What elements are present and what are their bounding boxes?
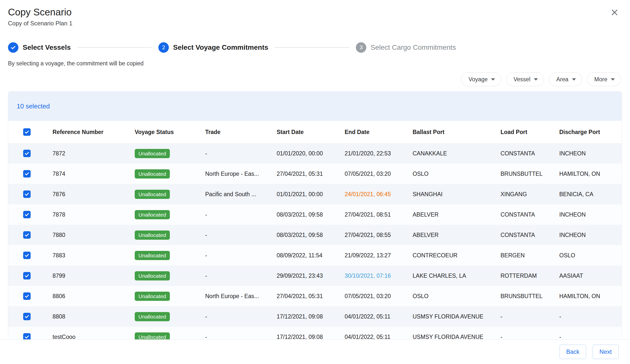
cell-trade: North Europe - Eas... <box>198 286 270 306</box>
step-select-vessels[interactable]: Select Vessels <box>8 42 71 53</box>
row-checkbox[interactable] <box>23 211 31 218</box>
table-row[interactable]: 7878 Unallocated - 08/03/2021, 09:58 27/… <box>8 204 622 225</box>
cell-end-date: 30/10/2021, 07:16 <box>338 266 406 286</box>
cell-load-port: ROTTERDAM <box>494 266 552 286</box>
row-checkbox[interactable] <box>23 313 31 320</box>
cell-ballast-port: USMSY FLORIDA AVENUE <box>406 327 494 339</box>
cell-ballast-port: OSLO <box>406 164 494 184</box>
table-row[interactable]: testCooo Unallocated - 17/12/2021, 09:08… <box>8 327 622 339</box>
cell-start-date: 29/09/2021, 23:43 <box>270 266 338 286</box>
cell-trade: - <box>198 225 270 245</box>
cell-discharge-port: BENICIA, CA <box>552 184 622 204</box>
cell-ballast-port: LAKE CHARLES, LA <box>406 266 494 286</box>
status-badge: Unallocated <box>135 312 170 321</box>
cell-reference-number: 8806 <box>46 286 128 306</box>
status-badge: Unallocated <box>135 271 170 280</box>
step-number: 3 <box>356 42 366 53</box>
row-checkbox[interactable] <box>23 333 31 339</box>
cell-ballast-port: OSLO <box>406 286 494 306</box>
close-button[interactable] <box>608 6 620 18</box>
dialog-header: Copy Scenario Copy of Scenario Plan 1 <box>0 0 630 27</box>
table-row[interactable]: 7880 Unallocated - 08/03/2021, 09:58 27/… <box>8 225 622 245</box>
step-label: Select Cargo Commitments <box>370 43 456 51</box>
cell-ballast-port: USMSY FLORIDA AVENUE <box>406 306 494 327</box>
cell-trade: - <box>198 245 270 266</box>
back-button[interactable]: Back <box>560 345 586 359</box>
cell-discharge-port: HAMILTON, ON <box>552 286 622 306</box>
cell-start-date: 08/03/2021, 09:58 <box>270 225 338 245</box>
selection-toolbar: 10 selected <box>8 91 622 121</box>
cell-load-port: BRUNSBUTTEL <box>494 286 552 306</box>
cell-start-date: 27/04/2021, 05:31 <box>270 164 338 184</box>
row-checkbox[interactable] <box>23 150 31 157</box>
step-select-cargo-commitments[interactable]: 3 Select Cargo Commitments <box>356 42 456 53</box>
cell-load-port: CONSTANTA <box>494 204 552 225</box>
row-checkbox[interactable] <box>23 190 31 198</box>
table-header-row: Reference Number Voyage Status Trade Sta… <box>8 121 622 143</box>
cell-reference-number: 7872 <box>46 143 128 164</box>
filter-more-button[interactable]: More <box>587 72 621 86</box>
status-badge: Unallocated <box>135 210 170 219</box>
cell-voyage-status: Unallocated <box>128 245 198 266</box>
table-row[interactable]: 7883 Unallocated - 08/09/2022, 11:54 21/… <box>8 245 622 266</box>
cell-ballast-port: CONTRECOEUR <box>406 245 494 266</box>
cell-reference-number: 7876 <box>46 184 128 204</box>
cell-reference-number: 7874 <box>46 164 128 184</box>
voyage-table: Reference Number Voyage Status Trade Sta… <box>8 121 622 339</box>
table-row[interactable]: 7874 Unallocated North Europe - Eas... 2… <box>8 164 622 184</box>
cell-reference-number: 8808 <box>46 306 128 327</box>
step-label: Select Voyage Commitments <box>173 43 268 51</box>
col-discharge-port: Discharge Port <box>552 121 622 143</box>
cell-reference-number: 7878 <box>46 204 128 225</box>
col-end-date: End Date <box>338 121 406 143</box>
table-row[interactable]: 7872 Unallocated - 01/01/2020, 00:00 21/… <box>8 143 622 164</box>
step-connector <box>275 47 349 48</box>
cell-ballast-port: SHANGHAI <box>406 184 494 204</box>
row-checkbox[interactable] <box>23 231 31 239</box>
cell-load-port: XINGANG <box>494 184 552 204</box>
filter-area-button[interactable]: Area <box>549 72 582 86</box>
status-badge: Unallocated <box>135 251 170 260</box>
step-select-voyage-commitments[interactable]: 2 Select Voyage Commitments <box>158 42 268 53</box>
filter-vessel-button[interactable]: Vessel <box>506 72 544 86</box>
step-label: Select Vessels <box>23 43 71 51</box>
cell-load-port: - <box>494 306 552 327</box>
select-all-checkbox[interactable] <box>23 128 31 136</box>
table-row[interactable]: 8808 Unallocated - 17/12/2021, 09:08 04/… <box>8 306 622 327</box>
col-voyage-status: Voyage Status <box>128 121 198 143</box>
cell-start-date: 27/04/2021, 05:31 <box>270 286 338 306</box>
chevron-down-icon <box>534 78 538 81</box>
table-row[interactable]: 8799 Unallocated - 29/09/2021, 23:43 30/… <box>8 266 622 286</box>
cell-end-date: 27/04/2021, 08:55 <box>338 225 406 245</box>
dialog-footer: Back Next <box>0 339 630 364</box>
selected-count: 10 selected <box>17 102 50 110</box>
row-checkbox[interactable] <box>23 292 31 300</box>
row-checkbox[interactable] <box>23 252 31 259</box>
cell-ballast-port: ABELVER <box>406 225 494 245</box>
cell-trade: - <box>198 143 270 164</box>
table-row[interactable]: 8806 Unallocated North Europe - Eas... 2… <box>8 286 622 306</box>
status-badge: Unallocated <box>135 292 170 301</box>
cell-load-port: - <box>494 327 552 339</box>
col-trade: Trade <box>198 121 270 143</box>
cell-discharge-port: - <box>552 306 622 327</box>
filter-voyage-button[interactable]: Voyage <box>461 72 501 86</box>
table-row[interactable]: 7876 Unallocated Pacific and South ... 0… <box>8 184 622 204</box>
copy-scenario-dialog: Copy Scenario Copy of Scenario Plan 1 Se… <box>0 0 630 364</box>
row-checkbox[interactable] <box>23 272 31 279</box>
cell-end-date: 04/01/2022, 05:11 <box>338 327 406 339</box>
cell-start-date: 17/12/2021, 09:08 <box>270 327 338 339</box>
cell-voyage-status: Unallocated <box>128 225 198 245</box>
cell-discharge-port: HAMILTON, ON <box>552 164 622 184</box>
cell-discharge-port: AASIAAT <box>552 266 622 286</box>
row-checkbox[interactable] <box>23 170 31 178</box>
cell-reference-number: 8799 <box>46 266 128 286</box>
cell-voyage-status: Unallocated <box>128 143 198 164</box>
cell-start-date: 01/01/2021, 00:00 <box>270 184 338 204</box>
cell-trade: North Europe - Eas... <box>198 164 270 184</box>
cell-start-date: 17/12/2021, 09:08 <box>270 306 338 327</box>
status-badge: Unallocated <box>135 190 170 199</box>
cell-discharge-port: - <box>552 327 622 339</box>
cell-reference-number: 7883 <box>46 245 128 266</box>
next-button[interactable]: Next <box>593 345 618 359</box>
